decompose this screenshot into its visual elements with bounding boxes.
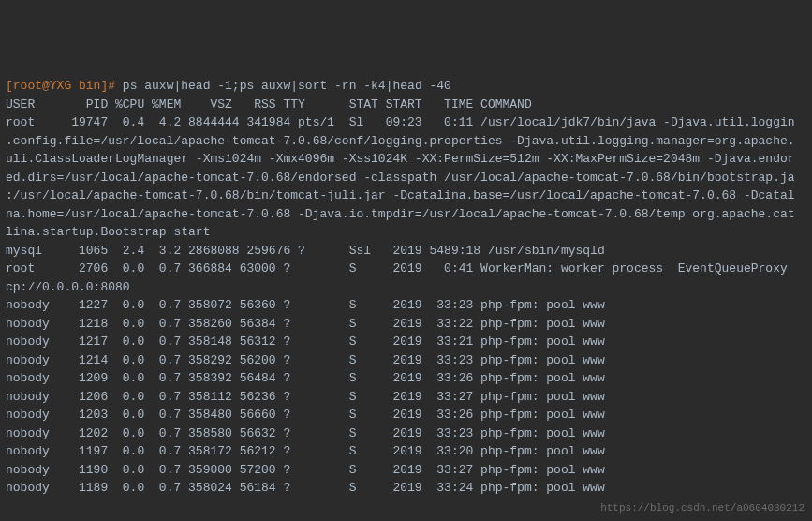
shell-command: ps auxw|head -1;ps auxw|sort -rn -k4|hea… — [123, 79, 451, 93]
process-row: nobody 1190 0.0 0.7 359000 57200 ? S 201… — [6, 463, 605, 477]
terminal-output: [root@YXG bin]# ps auxw|head -1;ps auxw|… — [6, 77, 806, 498]
process-row: mysql 1065 2.4 3.2 2868088 259676 ? Ssl … — [6, 244, 605, 258]
process-row: nobody 1203 0.0 0.7 358480 56660 ? S 201… — [6, 408, 605, 422]
process-row: nobody 1189 0.0 0.7 358024 56184 ? S 201… — [6, 481, 605, 495]
process-row: nobody 1218 0.0 0.7 358260 56384 ? S 201… — [6, 317, 605, 331]
process-row: nobody 1202 0.0 0.7 358580 56632 ? S 201… — [6, 426, 605, 440]
process-row: nobody 1197 0.0 0.7 358172 56212 ? S 201… — [6, 444, 605, 458]
process-row: nobody 1227 0.0 0.7 358072 56360 ? S 201… — [6, 298, 605, 312]
shell-prompt: [root@YXG bin]# — [6, 79, 123, 93]
process-row: root 19747 0.4 4.2 8844444 341984 pts/1 … — [6, 115, 795, 239]
process-row: root 2706 0.0 0.7 366884 63000 ? S 2019 … — [6, 261, 788, 294]
process-row: nobody 1209 0.0 0.7 358392 56484 ? S 201… — [6, 371, 605, 385]
process-row: nobody 1206 0.0 0.7 358112 56236 ? S 201… — [6, 390, 605, 404]
process-row: nobody 1217 0.0 0.7 358148 56312 ? S 201… — [6, 335, 605, 349]
watermark-text: https://blog.csdn.net/a0604030212 — [600, 500, 805, 516]
ps-header: USER PID %CPU %MEM VSZ RSS TTY STAT STAR… — [6, 97, 532, 112]
process-row: nobody 1214 0.0 0.7 358292 56200 ? S 201… — [6, 353, 605, 367]
